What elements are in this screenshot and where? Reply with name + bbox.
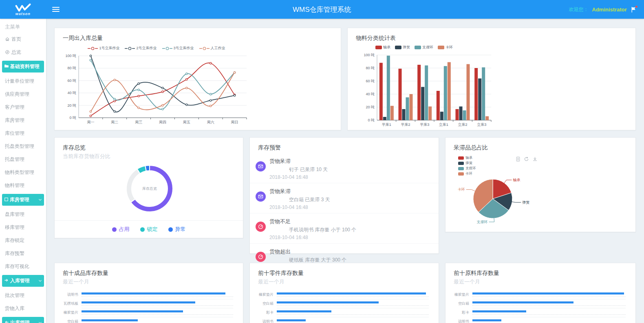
sidebar-item-label: 库位管理 bbox=[5, 130, 24, 137]
hbar bbox=[82, 301, 195, 303]
logo[interactable]: watson bbox=[0, 0, 46, 19]
hbar-row-说明书: 说明书 bbox=[55, 292, 233, 301]
svg-text:周五: 周五 bbox=[183, 120, 190, 124]
sidebar-item-客户管理[interactable]: 客户管理 bbox=[0, 101, 46, 114]
sidebar-item-库房管理[interactable]: 库房管理 bbox=[0, 114, 46, 127]
hbar-chart: 橡胶垫片空白箱彩卡说明书 bbox=[446, 292, 626, 323]
card-top-raw: 前十原料库存数量 最近一个月 橡胶垫片空白箱彩卡说明书 bbox=[445, 263, 636, 323]
hbar bbox=[277, 310, 331, 312]
alert-time: 2018-10-04 16:48 bbox=[269, 235, 356, 240]
alert-desc: 钉子 已呆滞 10 天 bbox=[269, 165, 328, 174]
legend-item-1号立库作业[interactable]: 1号立库作业 bbox=[88, 46, 119, 51]
bar-chart-legend: 轴承弹簧支撑环卡环 bbox=[375, 45, 635, 50]
legend-item-3号立库作业[interactable]: 3号立库作业 bbox=[162, 46, 194, 51]
sidebar-item-托盘管理[interactable]: 托盘管理 bbox=[0, 153, 46, 166]
sidebar-item-label: 托盘管理 bbox=[5, 156, 24, 163]
hbar bbox=[472, 292, 624, 294]
legend-item-支撑环[interactable]: 支撑环 bbox=[415, 45, 433, 50]
sidebar-item-label: 库存锁定 bbox=[5, 237, 24, 244]
alert-time: 2018-10-04 16:48 bbox=[269, 204, 330, 210]
hbar-label: 橡胶垫片 bbox=[446, 292, 469, 297]
svg-text:平库1: 平库1 bbox=[382, 123, 391, 127]
card-title: 前十成品库存数量 bbox=[55, 263, 243, 277]
sidebar-item-label: 货物入库 bbox=[5, 305, 24, 312]
home-icon bbox=[5, 37, 10, 42]
sidebar-item-库位管理[interactable]: 库位管理 bbox=[0, 127, 46, 140]
sidebar-item-物料类型管理[interactable]: 物料类型管理 bbox=[0, 166, 46, 179]
folder-icon bbox=[4, 64, 9, 70]
sidebar-section-入库管理[interactable]: 入库管理 bbox=[2, 275, 44, 287]
sidebar-item-label: 总览 bbox=[11, 49, 21, 56]
sidebar-section-出库管理[interactable]: 出库管理 bbox=[2, 317, 44, 323]
svg-text:平库3: 平库3 bbox=[420, 123, 429, 127]
hbar-label: 彩卡 bbox=[250, 310, 273, 315]
sidebar-item-label: 批次管理 bbox=[5, 292, 24, 299]
alert-item[interactable]: 货物呆滞空白箱 已呆滞 3 天2018-10-04 16:48 bbox=[250, 183, 439, 213]
sidebar-item-库存预警[interactable]: 库存预警 bbox=[0, 247, 46, 260]
sidebar-item-label: 盘库管理 bbox=[5, 211, 24, 218]
card-subtitle: 当前库存货物百分比 bbox=[55, 152, 243, 160]
sidebar-item-移库管理[interactable]: 移库管理 bbox=[0, 221, 46, 234]
sidebar-item-货物入库[interactable]: 货物入库 bbox=[0, 302, 46, 315]
alert-title: 货物呆滞 bbox=[269, 187, 330, 195]
svg-text:库存总览: 库存总览 bbox=[142, 187, 157, 191]
sidebar-item-label: 供应商管理 bbox=[5, 91, 29, 98]
legend-item-锁定[interactable]: 锁定 bbox=[140, 226, 158, 233]
hbar-chart: 说明书瓦楞纸板橡胶垫片空白箱 bbox=[55, 292, 233, 323]
overview-icon bbox=[5, 50, 10, 55]
donut-legend: 占用锁定异常 bbox=[55, 221, 243, 238]
card-title: 物料分类统计表 bbox=[348, 28, 635, 42]
material-bar-chart: 0 吨20 吨40 吨60 吨80 吨100 吨平库1平库2平库3立库1立库2立… bbox=[360, 50, 635, 133]
sidebar-item-盘库管理[interactable]: 盘库管理 bbox=[0, 208, 46, 221]
hbar-row-空白箱: 空白箱 bbox=[55, 319, 233, 323]
hbar bbox=[472, 319, 501, 321]
alert-desc: 手机说明书 库存量 小于 100 个 bbox=[269, 225, 356, 235]
alert-item[interactable]: 货物不足手机说明书 库存量 小于 100 个2018-10-04 16:48 bbox=[250, 213, 439, 244]
legend-item-弹簧[interactable]: 弹簧 bbox=[395, 45, 410, 50]
alert-item[interactable]: 货物呆滞钉子 已呆滞 10 天2018-10-04 16:48 bbox=[250, 153, 439, 183]
card-title: 一周出入库总量 bbox=[55, 28, 341, 42]
sidebar-item-计量单位管理[interactable]: 计量单位管理 bbox=[0, 75, 46, 88]
svg-text:40 吨: 40 吨 bbox=[67, 91, 76, 95]
sidebar-item-托盘类型管理[interactable]: 托盘类型管理 bbox=[0, 140, 46, 153]
sidebar-item-label: 库房管理 bbox=[5, 117, 24, 124]
page-title: WMS仓库管理系统 bbox=[0, 5, 644, 14]
legend-item-卡环[interactable]: 卡环 bbox=[438, 45, 453, 50]
legend-item-人工作业[interactable]: 人工作业 bbox=[199, 46, 225, 51]
sidebar-section-基础资料管理[interactable]: 基础资料管理 bbox=[2, 61, 44, 73]
hbar bbox=[277, 292, 426, 294]
line-chart-legend: 1号立库作业2号立库作业3号立库作业人工作业 bbox=[61, 46, 252, 51]
sidebar-item-首页[interactable]: 首页 bbox=[0, 33, 46, 46]
legend-item-占用[interactable]: 占用 bbox=[112, 226, 130, 233]
sidebar-item-库存可视化[interactable]: 库存可视化 bbox=[0, 260, 46, 273]
svg-text:60 吨: 60 吨 bbox=[67, 79, 76, 83]
app-header: watson WMS仓库管理系统 欢迎您： Administrator bbox=[0, 0, 644, 19]
sidebar-item-库存锁定[interactable]: 库存锁定 bbox=[0, 234, 46, 247]
card-stagnant-share: 呆滞品总占比 轴承弹簧支撑环卡环 轴承弹簧支撑环卡环 bbox=[445, 137, 636, 232]
hbar-row-彩卡: 彩卡 bbox=[446, 310, 626, 319]
legend-item-2号立库作业[interactable]: 2号立库作业 bbox=[125, 46, 157, 51]
sidebar-item-label: 基础资料管理 bbox=[10, 63, 40, 70]
welcome-label: 欢迎您： bbox=[569, 6, 589, 13]
sidebar-item-label: 首页 bbox=[11, 36, 21, 43]
user-area: 欢迎您： Administrator bbox=[569, 6, 644, 13]
hbar-row-橡胶垫片: 橡胶垫片 bbox=[446, 292, 626, 301]
legend-item-异常[interactable]: 异常 bbox=[168, 226, 186, 233]
svg-text:支撑环: 支撑环 bbox=[477, 220, 488, 224]
hbar-chart: 橡胶垫片空白箱彩卡说明书 bbox=[250, 292, 429, 323]
menu-toggle-button[interactable] bbox=[52, 6, 60, 13]
username[interactable]: Administrator bbox=[592, 7, 627, 13]
sidebar-section-库房管理[interactable]: 库房管理 bbox=[2, 194, 44, 206]
sidebar-item-供应商管理[interactable]: 供应商管理 bbox=[0, 88, 46, 101]
notification-flag-icon[interactable] bbox=[631, 7, 637, 13]
legend-item-轴承[interactable]: 轴承 bbox=[375, 45, 390, 50]
sidebar-item-物料管理[interactable]: 物料管理 bbox=[0, 179, 46, 192]
alert-title: 货物超出 bbox=[269, 247, 346, 255]
sidebar-item-总览[interactable]: 总览 bbox=[0, 46, 46, 59]
hbar-row-说明书: 说明书 bbox=[446, 319, 626, 323]
hbar bbox=[472, 301, 573, 303]
sidebar-item-label: 物料类型管理 bbox=[5, 169, 34, 176]
sidebar-item-批次管理[interactable]: 批次管理 bbox=[0, 289, 46, 302]
svg-text:60 吨: 60 吨 bbox=[366, 79, 375, 83]
hbar bbox=[82, 319, 138, 321]
